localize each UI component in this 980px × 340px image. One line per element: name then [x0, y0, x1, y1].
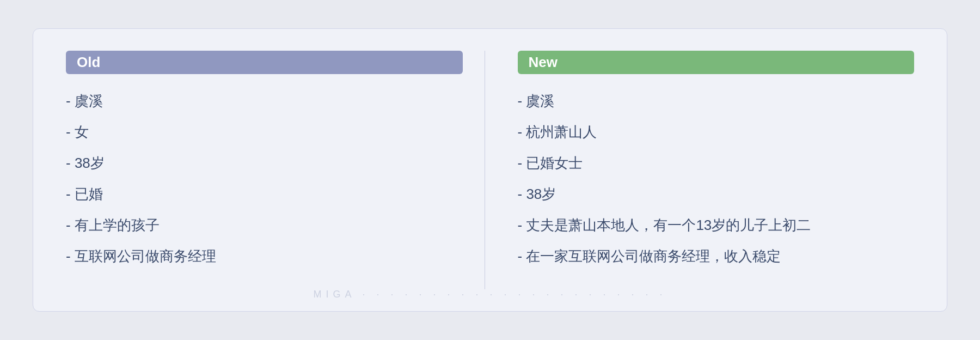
comparison-card: Old - 虞溪 - 女 - 38岁 - 已婚 - 有上学的孩子 - 互联网公司… — [33, 28, 947, 312]
old-badge: Old — [66, 51, 463, 74]
new-column: New - 虞溪 - 杭州萧山人 - 已婚女士 - 38岁 - 丈夫是萧山本地人… — [485, 51, 915, 289]
old-column: Old - 虞溪 - 女 - 38岁 - 已婚 - 有上学的孩子 - 互联网公司… — [66, 51, 485, 289]
list-item: - 已婚女士 — [518, 153, 915, 174]
list-item: - 已婚 — [66, 184, 463, 205]
list-item: - 杭州萧山人 — [518, 122, 915, 143]
list-item: - 38岁 — [518, 184, 915, 205]
new-badge: New — [518, 51, 915, 74]
list-item: - 在一家互联网公司做商务经理，收入稳定 — [518, 246, 915, 267]
list-item: - 虞溪 — [66, 90, 463, 112]
new-item-list: - 虞溪 - 杭州萧山人 - 已婚女士 - 38岁 - 丈夫是萧山本地人，有一个… — [518, 90, 915, 267]
list-item: - 互联网公司做商务经理 — [66, 246, 463, 267]
list-item: - 虞溪 — [518, 90, 915, 112]
old-item-list: - 虞溪 - 女 - 38岁 - 已婚 - 有上学的孩子 - 互联网公司做商务经… — [66, 90, 463, 267]
list-item: - 38岁 — [66, 153, 463, 174]
list-item: - 丈夫是萧山本地人，有一个13岁的儿子上初二 — [518, 215, 915, 236]
list-item: - 有上学的孩子 — [66, 215, 463, 236]
watermark: MIGA · · · · · · · · · · · · · · · · · ·… — [313, 289, 666, 300]
list-item: - 女 — [66, 122, 463, 143]
